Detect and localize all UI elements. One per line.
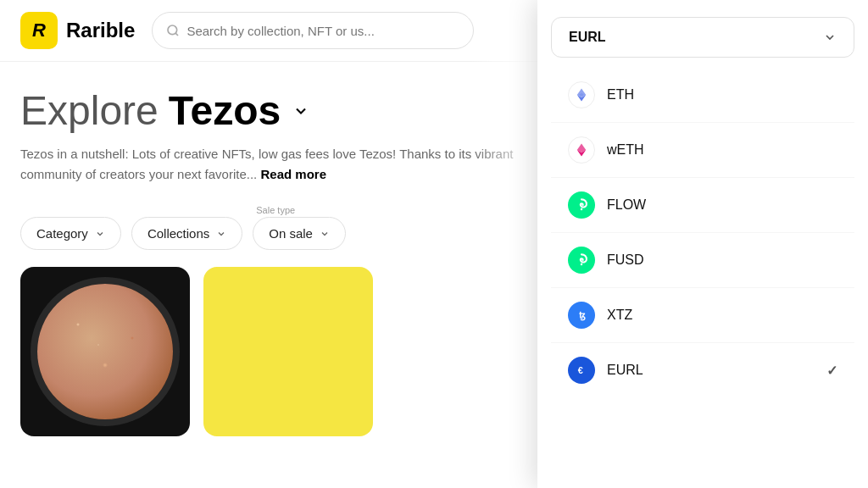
explore-prefix: Explore bbox=[20, 87, 159, 134]
search-input[interactable] bbox=[186, 24, 459, 38]
currency-item-flow[interactable]: FLOW bbox=[551, 178, 854, 233]
eth-coin-icon bbox=[568, 81, 595, 108]
currency-item-fusd[interactable]: FUSD bbox=[551, 233, 854, 288]
flow-coin-icon bbox=[568, 191, 595, 219]
nft-image-1 bbox=[37, 284, 173, 419]
search-bar[interactable] bbox=[152, 12, 474, 49]
explore-description: Tezos in a nutshell: Lots of creative NF… bbox=[20, 144, 529, 185]
eurl-label: EURL bbox=[607, 363, 815, 378]
blockchain-name: Tezos bbox=[169, 87, 281, 134]
logo-icon: R bbox=[20, 12, 58, 49]
sale-type-filter[interactable]: On sale bbox=[253, 217, 346, 250]
read-more-link[interactable]: Read more bbox=[260, 167, 326, 181]
nft-card-2[interactable] bbox=[203, 267, 373, 436]
xtz-coin-icon: ꜩ bbox=[568, 302, 595, 329]
collections-filter[interactable]: Collections bbox=[131, 217, 242, 250]
fusd-label: FUSD bbox=[607, 252, 837, 268]
selected-currency: EURL bbox=[569, 30, 606, 45]
weth-label: wETH bbox=[607, 142, 837, 158]
currency-item-eth[interactable]: ETH bbox=[551, 68, 854, 123]
currency-item-xtz[interactable]: ꜩ XTZ bbox=[551, 288, 854, 343]
sale-type-label: Sale type bbox=[253, 205, 346, 215]
eurl-checkmark: ✓ bbox=[826, 363, 837, 379]
currency-selector[interactable]: EURL bbox=[551, 17, 854, 58]
logo[interactable]: R Rarible bbox=[20, 12, 135, 49]
search-icon bbox=[166, 24, 180, 37]
xtz-label: XTZ bbox=[607, 308, 837, 323]
currency-item-eurl[interactable]: € EURL ✓ bbox=[551, 343, 854, 397]
logo-text: Rarible bbox=[66, 19, 135, 42]
currency-dropdown-panel: EURL ETH wETH bbox=[537, 0, 868, 488]
svg-text:€: € bbox=[578, 365, 583, 375]
eurl-coin-icon: € bbox=[568, 357, 595, 384]
svg-point-8 bbox=[581, 263, 583, 266]
eth-label: ETH bbox=[607, 87, 837, 103]
currency-list: ETH wETH FLOW bbox=[551, 68, 854, 397]
sale-type-group: Sale type On sale bbox=[253, 205, 346, 250]
svg-text:ꜩ: ꜩ bbox=[579, 310, 586, 321]
flow-label: FLOW bbox=[607, 197, 837, 213]
nft-card-1[interactable] bbox=[20, 267, 190, 436]
weth-coin-icon bbox=[568, 136, 595, 164]
blockchain-selector-button[interactable] bbox=[291, 101, 311, 121]
currency-item-weth[interactable]: wETH bbox=[551, 123, 854, 178]
dropdown-chevron-icon bbox=[823, 30, 837, 44]
svg-point-0 bbox=[168, 25, 177, 35]
svg-point-7 bbox=[581, 208, 583, 211]
category-filter[interactable]: Category bbox=[20, 217, 121, 250]
fusd-coin-icon bbox=[568, 247, 595, 274]
